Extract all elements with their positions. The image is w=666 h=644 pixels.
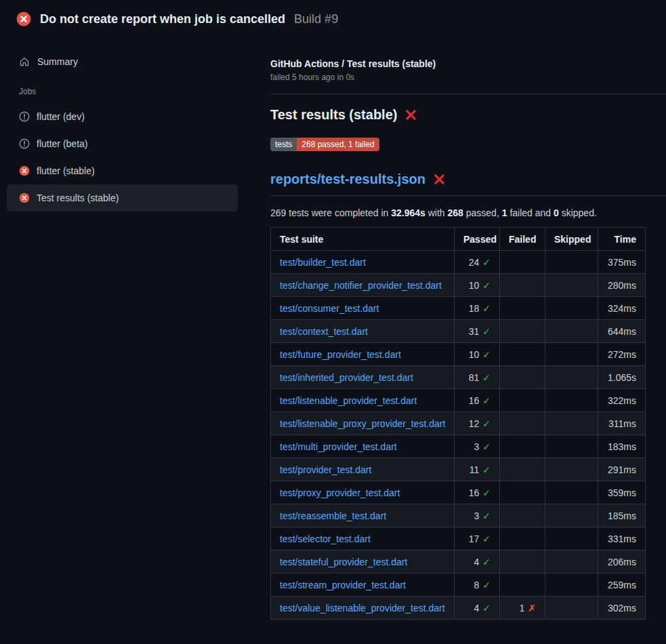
table-row: test/context_test.dart31✓644ms <box>271 320 646 343</box>
sidebar-item-label: flutter (stable) <box>37 165 95 176</box>
sidebar-jobs-list: flutter (dev)flutter (beta)flutter (stab… <box>0 103 245 212</box>
neutral-circle-icon <box>19 138 30 149</box>
column-header-test-suite: Test suite <box>271 228 455 251</box>
test-suite-cell: test/listenable_provider_test.dart <box>271 389 455 412</box>
failed-cell <box>500 320 545 343</box>
test-suite-link[interactable]: test/consumer_test.dart <box>280 303 379 314</box>
tests-badge: tests 268 passed, 1 failed <box>270 138 379 151</box>
test-suite-cell: test/stream_provider_test.dart <box>271 573 455 597</box>
skipped-cell <box>545 550 598 573</box>
passed-cell: 16✓ <box>455 389 500 412</box>
sidebar-item-test-results-stable[interactable]: Test results (stable) <box>7 184 238 212</box>
passed-cell: 31✓ <box>455 320 500 343</box>
sidebar-item-flutter-beta[interactable]: flutter (beta) <box>7 130 238 157</box>
sidebar-item-summary[interactable]: Summary <box>0 50 245 73</box>
skipped-cell <box>545 573 598 597</box>
table-row: test/change_notifier_provider_test.dart1… <box>271 274 646 297</box>
table-row: test/value_listenable_provider_test.dart… <box>271 597 646 620</box>
test-suite-link[interactable]: test/value_listenable_provider_test.dart <box>280 603 445 613</box>
breadcrumb: GitHub Actions / Test results (stable) <box>270 58 666 69</box>
passed-cell: 18✓ <box>455 297 500 320</box>
build-number: Build #9 <box>294 12 338 26</box>
summary-strong-value: 1 <box>502 207 507 218</box>
test-suite-link[interactable]: test/proxy_provider_test.dart <box>280 487 400 498</box>
table-row: test/selector_test.dart17✓331ms <box>271 527 646 550</box>
passed-cell: 10✓ <box>455 274 500 297</box>
skipped-cell <box>545 527 598 550</box>
test-suite-link[interactable]: test/multi_provider_test.dart <box>280 441 397 452</box>
test-suite-cell: test/builder_test.dart <box>271 251 455 274</box>
table-row: test/stateful_provider_test.dart4✓206ms <box>271 550 646 573</box>
passed-count: 17 <box>469 534 480 544</box>
neutral-circle-icon <box>19 111 30 122</box>
time-cell: 185ms <box>598 504 646 527</box>
check-icon: ✓ <box>482 326 491 337</box>
test-suite-cell: test/value_listenable_provider_test.dart <box>271 597 455 620</box>
home-icon <box>19 56 30 67</box>
check-title-row: Test results (stable) <box>270 107 666 123</box>
summary-segment: 269 tests were completed in <box>270 207 391 218</box>
passed-cell: 3✓ <box>455 504 500 527</box>
test-suite-link[interactable]: test/builder_test.dart <box>280 257 366 268</box>
failed-cell <box>500 297 545 320</box>
time-cell: 311ms <box>598 412 646 435</box>
test-suite-link[interactable]: test/inherited_provider_test.dart <box>280 372 413 383</box>
failed-cell <box>500 573 545 597</box>
passed-count: 18 <box>469 303 480 314</box>
passed-count: 16 <box>469 487 480 498</box>
summary-segment: passed, <box>463 207 502 218</box>
passed-cell: 81✓ <box>455 366 500 389</box>
summary-strong-value: 0 <box>554 207 559 218</box>
test-suite-link[interactable]: test/listenable_proxy_provider_test.dart <box>280 418 445 429</box>
skipped-cell <box>545 274 598 297</box>
failed-count: 1 <box>519 603 524 613</box>
check-icon: ✓ <box>482 487 491 498</box>
test-suite-link[interactable]: test/stream_provider_test.dart <box>280 580 406 590</box>
test-suite-link[interactable]: test/provider_test.dart <box>280 464 371 475</box>
check-icon: ✓ <box>482 280 491 291</box>
passed-cell: 11✓ <box>455 458 500 481</box>
sidebar-item-flutter-dev[interactable]: flutter (dev) <box>7 103 238 130</box>
test-suite-link[interactable]: test/reassemble_test.dart <box>280 510 386 521</box>
failed-cell <box>500 527 545 550</box>
summary-strong-value: 268 <box>448 207 463 218</box>
test-suite-link[interactable]: test/context_test.dart <box>280 326 368 337</box>
time-cell: 291ms <box>598 458 646 481</box>
check-icon: ✓ <box>482 534 491 544</box>
sidebar-item-flutter-stable[interactable]: flutter (stable) <box>7 157 238 184</box>
column-header-failed: Failed <box>500 228 545 251</box>
jobs-heading: Jobs <box>0 73 245 103</box>
passed-cell: 12✓ <box>455 412 500 435</box>
check-icon: ✓ <box>482 510 491 521</box>
time-cell: 280ms <box>598 274 646 297</box>
table-row: test/reassemble_test.dart3✓185ms <box>271 504 646 527</box>
test-suite-cell: test/listenable_proxy_provider_test.dart <box>271 412 455 435</box>
failed-x-icon <box>433 173 446 186</box>
report-file-link[interactable]: reports/test-results.json <box>270 172 425 187</box>
page-title: Do not create report when job is cancell… <box>40 12 285 26</box>
test-suite-link[interactable]: test/selector_test.dart <box>280 534 371 544</box>
skipped-cell <box>545 597 598 620</box>
passed-count: 4 <box>474 557 479 567</box>
check-icon: ✓ <box>482 464 491 475</box>
time-cell: 1.065s <box>598 366 646 389</box>
failed-cell <box>500 458 545 481</box>
test-suite-link[interactable]: test/future_provider_test.dart <box>280 349 401 360</box>
test-suite-link[interactable]: test/change_notifier_provider_test.dart <box>280 280 442 291</box>
time-cell: 259ms <box>598 573 646 597</box>
test-suite-link[interactable]: test/stateful_provider_test.dart <box>280 557 407 567</box>
failed-cell: 1✗ <box>500 597 545 620</box>
divider <box>270 94 666 94</box>
summary-text: 269 tests were completed in 32.964s with… <box>270 207 666 218</box>
check-icon: ✓ <box>482 441 491 452</box>
check-icon: ✓ <box>482 603 491 613</box>
skipped-cell <box>545 504 598 527</box>
passed-cell: 24✓ <box>455 251 500 274</box>
check-icon: ✓ <box>482 418 491 429</box>
test-results-table: Test suitePassedFailedSkippedTime test/b… <box>270 227 646 620</box>
test-suite-cell: test/context_test.dart <box>271 320 455 343</box>
test-suite-cell: test/change_notifier_provider_test.dart <box>271 274 455 297</box>
run-meta: failed 5 hours ago in 0s <box>270 73 666 82</box>
time-cell: 375ms <box>598 251 646 274</box>
test-suite-link[interactable]: test/listenable_provider_test.dart <box>280 395 417 406</box>
